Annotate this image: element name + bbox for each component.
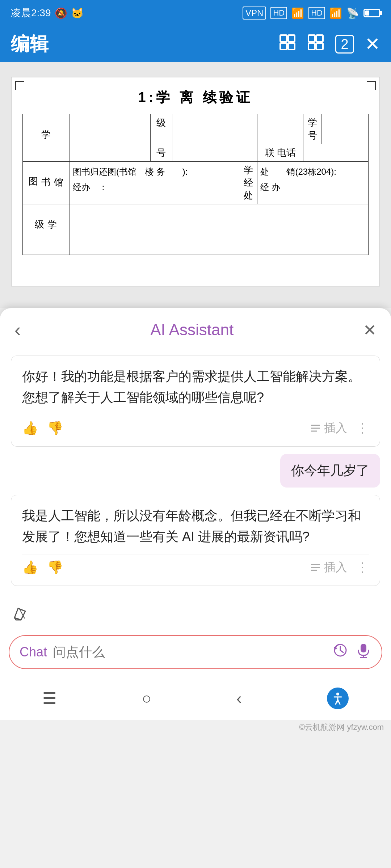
tab-count[interactable]: 2 xyxy=(335,35,354,54)
status-right: VPN HD 📶 HD 📶 📡 xyxy=(243,7,380,20)
back-nav-icon[interactable]: ‹ xyxy=(236,689,242,707)
chat-panel: ‹ AI Assistant ✕ 你好！我的功能是根据客户的需求提供人工智能解决… xyxy=(0,308,391,680)
table-cell-grade-content xyxy=(70,204,369,255)
chat-close-button[interactable]: ✕ xyxy=(363,321,377,339)
corner-mark-right xyxy=(367,81,376,90)
thumbs-up-icon-1[interactable]: 👍 xyxy=(22,421,38,436)
vpn-label: VPN xyxy=(243,7,266,20)
table-cell-ji: 级 xyxy=(150,114,172,144)
history-icon[interactable] xyxy=(332,642,348,662)
microphone-icon[interactable] xyxy=(356,642,371,662)
action-left-2: 👍 👎 xyxy=(22,560,63,575)
table-cell-lib-content: 图书归还图(书馆 楼 务 ):经办 ： xyxy=(70,162,239,204)
corner-mark-left xyxy=(15,81,24,90)
status-bar: 凌晨2:39 🔕 🐱 VPN HD 📶 HD 📶 📡 xyxy=(0,0,391,26)
notification-icon: 🐱 xyxy=(71,7,84,19)
close-icon[interactable]: ✕ xyxy=(365,34,380,55)
thumbs-up-icon-2[interactable]: 👍 xyxy=(22,560,38,575)
thumbs-down-icon-1[interactable]: 👎 xyxy=(47,421,63,436)
table-cell-xue-jing: 学经处 xyxy=(239,162,257,204)
user-message-1: 你今年几岁了 xyxy=(280,454,380,488)
document-title: 1:学 离 续验证 xyxy=(22,88,369,107)
signal1-icon: 📶 xyxy=(291,7,304,19)
svg-rect-17 xyxy=(361,644,366,652)
insert-label-1: 插入 xyxy=(324,420,347,436)
input-icons xyxy=(332,642,371,662)
table-cell-tushuguan: 图书馆 xyxy=(23,162,70,204)
chat-title: AI Assistant xyxy=(150,321,234,339)
ai-message-2-text: 我是人工智能，所以没有年龄概念。但我已经在不断学习和发展了！您想知道一些有关 A… xyxy=(22,505,369,547)
ai-message-1-actions: 👍 👎 插入 ⋮ xyxy=(22,415,369,436)
svg-rect-3 xyxy=(288,43,295,50)
watermark: ©云机航游网 yfzyw.com xyxy=(0,720,391,735)
bottom-nav: ☰ ○ ‹ xyxy=(0,680,391,720)
accessibility-icon[interactable] xyxy=(327,688,349,709)
ai-message-1: 你好！我的功能是根据客户的需求提供人工智能解决方案。您想了解关于人工智能领域的哪… xyxy=(11,356,380,447)
table-cell-empty3 xyxy=(257,114,303,144)
ai-message-2: 我是人工智能，所以没有年龄概念。但我已经在不断学习和发展了！您想知道一些有关 A… xyxy=(11,495,380,586)
svg-rect-1 xyxy=(288,35,295,42)
insert-label-2: 插入 xyxy=(324,559,347,575)
app-bar: 编辑 2 ✕ xyxy=(0,26,391,62)
more-options-icon-1[interactable]: ⋮ xyxy=(356,421,369,436)
svg-point-20 xyxy=(336,693,339,695)
eraser-row xyxy=(0,600,391,629)
table-cell-lianxi-val xyxy=(303,144,369,162)
home-icon[interactable]: ○ xyxy=(142,689,151,707)
table-cell-deal-content: 处 销(23栋204):经 办 xyxy=(257,162,369,204)
grid-icon[interactable] xyxy=(307,34,324,55)
layout-icon[interactable] xyxy=(279,34,296,55)
table-cell-ji-xue: 级学 xyxy=(23,204,70,255)
table-cell-empty2 xyxy=(172,114,257,144)
document-area: 1:学 离 续验证 学 级 学号 号 联 电话 xyxy=(0,62,391,308)
chat-back-button[interactable]: ‹ xyxy=(14,319,21,341)
svg-rect-5 xyxy=(316,35,323,42)
table-cell-lianxi: 联 电话 xyxy=(257,144,303,162)
svg-rect-7 xyxy=(316,43,323,50)
document-table: 学 级 学号 号 联 电话 图书馆 xyxy=(22,114,369,255)
app-bar-icons: 2 ✕ xyxy=(279,34,380,55)
chat-header: ‹ AI Assistant ✕ xyxy=(0,308,391,348)
time-display: 凌晨2:39 xyxy=(11,6,51,20)
app-title: 编辑 xyxy=(11,31,49,57)
table-cell-xue: 学 xyxy=(23,114,70,162)
chat-prefix-label: Chat xyxy=(20,644,47,660)
svg-rect-4 xyxy=(308,35,315,42)
table-cell-empty4 xyxy=(70,144,151,162)
hd1-label: HD xyxy=(270,7,287,19)
action-right-1: 插入 ⋮ xyxy=(310,420,369,436)
svg-rect-2 xyxy=(280,43,287,50)
chat-messages: 你好！我的功能是根据客户的需求提供人工智能解决方案。您想了解关于人工智能领域的哪… xyxy=(0,348,391,600)
user-message-wrap: 你今年几岁了 xyxy=(11,454,380,488)
table-cell-empty1 xyxy=(70,114,151,144)
wifi-icon: 📡 xyxy=(346,7,359,19)
status-left: 凌晨2:39 🔕 🐱 xyxy=(11,6,84,20)
action-left-1: 👍 👎 xyxy=(22,421,63,436)
chat-input[interactable] xyxy=(53,644,332,660)
insert-button-2[interactable]: 插入 xyxy=(310,559,347,575)
eraser-icon[interactable] xyxy=(11,608,29,625)
battery-indicator xyxy=(363,9,380,17)
ai-message-2-actions: 👍 👎 插入 ⋮ xyxy=(22,554,369,575)
ai-message-1-text: 你好！我的功能是根据客户的需求提供人工智能解决方案。您想了解关于人工智能领域的哪… xyxy=(22,366,369,408)
thumbs-down-icon-2[interactable]: 👎 xyxy=(47,560,63,575)
menu-icon[interactable]: ☰ xyxy=(42,689,56,707)
document-container: 1:学 离 续验证 学 级 学号 号 联 电话 xyxy=(11,77,380,286)
input-box: Chat xyxy=(9,635,382,669)
signal2-icon: 📶 xyxy=(329,7,342,19)
table-cell-hao: 号 xyxy=(150,144,172,162)
table-cell-empty5 xyxy=(172,144,257,162)
mute-icon: 🔕 xyxy=(55,7,67,19)
table-cell-xuehao-val xyxy=(321,114,369,144)
table-cell-xuehao-label: 学号 xyxy=(303,114,321,144)
hd2-label: HD xyxy=(308,7,325,19)
insert-button-1[interactable]: 插入 xyxy=(310,420,347,436)
more-options-icon-2[interactable]: ⋮ xyxy=(356,560,369,575)
action-right-2: 插入 ⋮ xyxy=(310,559,369,575)
svg-rect-6 xyxy=(308,43,315,50)
svg-rect-0 xyxy=(280,35,287,42)
input-area: Chat xyxy=(0,629,391,680)
